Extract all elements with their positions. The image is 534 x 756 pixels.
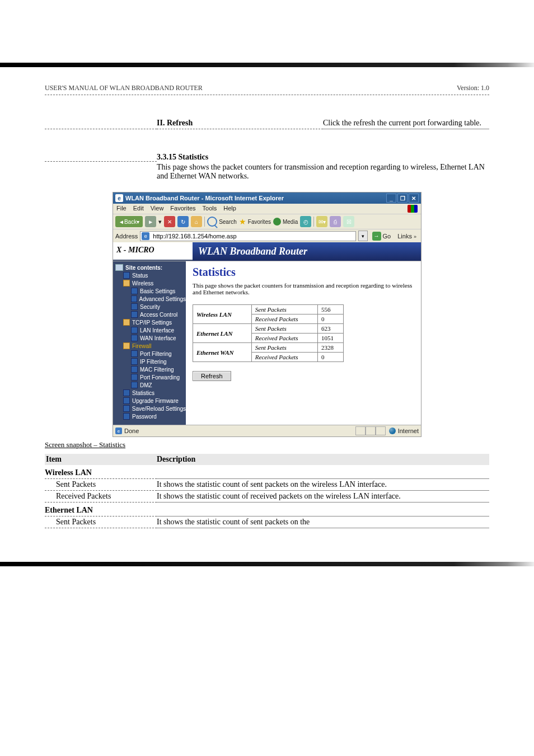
field-ethernet-lan: Ethernet LAN — [45, 505, 157, 516]
address-box[interactable]: e — [140, 231, 355, 241]
address-input[interactable] — [152, 232, 354, 240]
page-icon — [131, 303, 138, 310]
forward-button[interactable]: ► — [145, 216, 156, 227]
item-refresh-label: II. Refresh — [157, 118, 323, 129]
windows-flag-icon — [407, 205, 418, 213]
page-icon — [131, 374, 138, 381]
field-wlan-sent-desc: It shows the statistic count of sent pac… — [157, 479, 489, 491]
nav-basic-settings[interactable]: Basic Settings — [115, 287, 186, 295]
nav-firewall[interactable]: Firewall — [115, 342, 186, 350]
favorites-button[interactable]: ★Favorites — [239, 216, 271, 227]
spacer — [157, 467, 489, 479]
minimize-button[interactable]: _ — [386, 194, 396, 203]
cell-ewan-sent-label: Sent Packets — [251, 343, 317, 353]
page-icon — [131, 311, 138, 318]
item-refresh-row: II. Refresh Click the refresh the curren… — [45, 118, 489, 129]
spacer — [157, 505, 489, 516]
back-label: Back — [124, 219, 137, 225]
menu-edit[interactable]: Edit — [133, 205, 144, 213]
menu-bar: File Edit View Favorites Tools Help — [113, 204, 421, 214]
discuss-button[interactable]: ☒ — [343, 216, 354, 227]
menu-help[interactable]: Help — [223, 205, 236, 213]
nav-security[interactable]: Security — [115, 303, 186, 311]
mail-button[interactable]: ✉▾ — [316, 216, 327, 227]
page-top-border — [0, 63, 534, 67]
nav-wan-interface[interactable]: WAN Interface — [115, 334, 186, 342]
nav-lan-interface[interactable]: LAN Interface — [115, 326, 186, 334]
version-text: Version: 1.0 — [457, 84, 489, 92]
sidebar: Site contents: Status Wireless Basic Set… — [113, 261, 186, 425]
nav-advanced-settings[interactable]: Advanced Settings — [115, 295, 186, 303]
close-button[interactable]: ✕ — [409, 194, 419, 203]
nav-port-forwarding[interactable]: Port Forwarding — [115, 373, 186, 381]
cell-wlan-recv-label: Received Packets — [251, 314, 317, 324]
globe-icon — [389, 428, 396, 434]
menu-tools[interactable]: Tools — [203, 205, 217, 213]
item-refresh-desc: Click the refresh the current port forwa… — [323, 118, 489, 129]
nav-upgrade-firmware[interactable]: Upgrade Firmware — [115, 397, 186, 405]
nav-password[interactable]: Password — [115, 412, 186, 420]
main-content: Statistics This page shows the packet co… — [186, 261, 421, 425]
page-description: This page shows the packet counters for … — [193, 282, 414, 295]
nav-wireless[interactable]: Wireless — [115, 279, 186, 287]
nav-ip-filtering[interactable]: IP Filtering — [115, 358, 186, 365]
go-button[interactable]: →Go — [370, 232, 394, 241]
page-icon — [131, 335, 138, 341]
status-panes — [355, 426, 386, 435]
field-wlan-sent: Sent Packets — [45, 479, 157, 491]
header-divider — [45, 95, 489, 95]
address-label: Address — [115, 233, 138, 240]
folder-icon — [123, 319, 130, 326]
row-wireless-lan: Wireless LAN — [193, 305, 252, 324]
nav-statistics[interactable]: Statistics — [115, 389, 186, 397]
refresh-button[interactable]: ↻ — [177, 216, 189, 227]
row-ethernet-wan: Ethernet WAN — [193, 343, 252, 362]
nav-dmz[interactable]: DMZ — [115, 381, 186, 389]
restore-button[interactable]: ❐ — [397, 194, 407, 203]
figure-caption: Screen snapshot – Statistics — [45, 440, 489, 449]
cell-elan-sent-value: 623 — [317, 324, 343, 334]
stop-button[interactable]: ✕ — [164, 216, 175, 227]
window-titlebar: e WLAN Broadband Router - Microsoft Inte… — [113, 192, 421, 204]
nav-access-control[interactable]: Access Control — [115, 311, 186, 318]
refresh-button[interactable]: Refresh — [193, 371, 231, 381]
print-button[interactable]: ⎙ — [330, 216, 341, 227]
cell-elan-sent-label: Sent Packets — [251, 324, 317, 334]
back-button[interactable]: ◄ Back ▾ — [115, 216, 143, 227]
media-button[interactable]: Media — [273, 216, 298, 227]
screenshot-window: e WLAN Broadband Router - Microsoft Inte… — [113, 192, 421, 437]
links-label[interactable]: Links » — [395, 233, 419, 240]
page-icon — [123, 413, 130, 420]
home-button[interactable]: ⌂ — [191, 216, 202, 227]
menu-file[interactable]: File — [116, 205, 127, 213]
menu-view[interactable]: View — [151, 205, 164, 213]
field-wireless-lan: Wireless LAN — [45, 467, 157, 479]
brand-logo: X - MICRO — [113, 242, 193, 261]
media-icon — [273, 218, 281, 226]
field-wlan-recv-desc: It shows the statistic count of received… — [157, 491, 489, 503]
folder-icon — [123, 342, 130, 349]
nav-tcpip[interactable]: TCP/IP Settings — [115, 318, 186, 326]
heading-3-3-15-row: 3.3.15 Statistics — [45, 152, 489, 162]
nav-port-filtering[interactable]: Port Filtering — [115, 350, 186, 358]
page-icon — [131, 288, 138, 294]
nav-mac-filtering[interactable]: MAC Filtering — [115, 365, 186, 373]
spacer — [45, 159, 157, 162]
page-icon — [123, 389, 130, 396]
window-title: WLAN Broadband Router - Microsoft Intern… — [125, 195, 284, 201]
history-button[interactable]: ◴ — [300, 216, 311, 227]
status-page-icon: e — [115, 428, 122, 434]
guide-name: USER'S MANUAL OF WLAN BROADBAND ROUTER — [45, 84, 203, 92]
cell-wlan-sent-value: 556 — [317, 305, 343, 314]
fields-header: Item Description — [45, 454, 489, 465]
cell-wlan-sent-label: Sent Packets — [251, 305, 317, 314]
site-icon — [115, 264, 123, 271]
menu-favorites[interactable]: Favorites — [170, 205, 195, 213]
search-button[interactable]: Search — [207, 216, 237, 227]
address-dropdown[interactable]: ▾ — [358, 231, 368, 241]
cell-ewan-sent-value: 2328 — [317, 343, 343, 353]
nav-save-reload[interactable]: Save/Reload Settings — [115, 405, 186, 412]
status-zone: Internet — [389, 428, 419, 434]
stats-table: Wireless LAN Sent Packets 556 Received P… — [193, 304, 344, 362]
nav-status[interactable]: Status — [115, 271, 186, 279]
